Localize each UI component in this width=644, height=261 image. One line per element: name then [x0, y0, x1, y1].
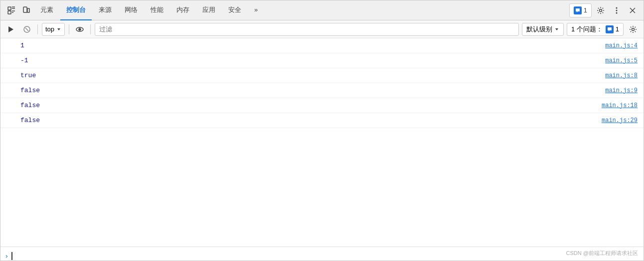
svg-point-4	[600, 9, 602, 11]
svg-rect-1	[8, 11, 11, 14]
nav-right-controls: 1	[569, 3, 640, 17]
console-source-link[interactable]: main.js:4	[605, 42, 638, 49]
tab-sources[interactable]: 来源	[93, 0, 118, 20]
console-value: false	[20, 102, 40, 109]
console-row: falsemain.js:18	[0, 98, 644, 113]
console-value: false	[20, 87, 40, 94]
issues-badge-count: 1	[616, 25, 619, 33]
console-value: 1	[20, 42, 24, 49]
console-row: falsemain.js:9	[0, 83, 644, 98]
svg-point-5	[616, 7, 618, 8]
console-row: falsemain.js:29	[0, 113, 644, 128]
tab-console[interactable]: 控制台	[60, 0, 92, 20]
console-row: 1main.js:4	[0, 38, 644, 53]
device-toolbar-button[interactable]	[19, 3, 33, 17]
close-devtools-button[interactable]	[626, 3, 640, 17]
console-row: -1main.js:5	[0, 53, 644, 68]
tab-performance[interactable]: 性能	[145, 0, 169, 20]
messages-badge-button[interactable]: 1	[569, 3, 592, 17]
console-settings-button[interactable]	[627, 23, 640, 36]
console-prompt-icon: ›	[4, 252, 8, 260]
more-options-button[interactable]	[610, 3, 624, 17]
execute-button[interactable]	[4, 23, 17, 36]
tab-application[interactable]: 应用	[196, 0, 221, 20]
live-expressions-button[interactable]	[73, 23, 86, 36]
console-value: true	[20, 72, 36, 79]
svg-point-17	[632, 28, 635, 30]
tab-more[interactable]: »	[248, 0, 264, 20]
console-value: -1	[20, 57, 28, 64]
svg-marker-10	[8, 26, 13, 32]
console-row: truemain.js:8	[0, 68, 644, 83]
context-label: top	[45, 25, 54, 33]
level-label: 默认级别	[526, 25, 552, 34]
svg-marker-13	[57, 28, 60, 30]
svg-rect-2	[23, 7, 27, 12]
message-icon	[574, 6, 582, 14]
svg-point-7	[616, 12, 618, 13]
inspect-element-button[interactable]	[4, 3, 18, 17]
clear-console-button[interactable]	[20, 23, 33, 36]
issues-text: 1 个问题：	[571, 25, 603, 34]
svg-point-6	[616, 9, 618, 11]
svg-marker-16	[555, 28, 558, 30]
console-source-link[interactable]: main.js:9	[605, 87, 638, 94]
settings-button[interactable]	[594, 3, 608, 17]
console-source-link[interactable]: main.js:8	[605, 72, 638, 79]
console-toolbar: top 默认级别 1 个问题： 1	[0, 20, 644, 38]
tab-elements[interactable]: 元素	[34, 0, 59, 20]
footer-watermark: CSDN @前端工程师请求社区	[566, 250, 638, 257]
issues-count-badge[interactable]: 1 个问题： 1	[567, 23, 624, 36]
toolbar-divider-2	[69, 24, 69, 34]
context-selector[interactable]: top	[42, 23, 65, 36]
toolbar-divider-3	[90, 24, 91, 34]
chevron-down-icon	[56, 27, 61, 32]
tab-security[interactable]: 安全	[222, 0, 247, 20]
message-count: 1	[584, 6, 587, 14]
top-nav-bar: 元素 控制台 来源 网络 性能 内存 应用 安全 » 1	[0, 0, 644, 20]
svg-rect-0	[8, 7, 11, 10]
log-level-selector[interactable]: 默认级别	[522, 23, 564, 36]
svg-rect-3	[27, 8, 29, 12]
svg-line-12	[25, 28, 28, 31]
console-source-link[interactable]: main.js:29	[602, 117, 638, 124]
filter-input[interactable]	[95, 23, 519, 36]
tab-network[interactable]: 网络	[119, 0, 144, 20]
console-cursor	[11, 252, 12, 260]
level-chevron-icon	[554, 27, 559, 32]
console-source-link[interactable]: main.js:5	[605, 57, 638, 64]
tab-memory[interactable]: 内存	[170, 0, 195, 20]
console-input-row[interactable]: ›	[0, 247, 644, 261]
console-output-area: 1main.js:4-1main.js:5truemain.js:8falsem…	[0, 38, 644, 247]
issues-message-icon	[606, 25, 614, 33]
svg-point-15	[79, 28, 81, 30]
console-value: false	[20, 117, 40, 124]
console-source-link[interactable]: main.js:18	[602, 102, 638, 109]
toolbar-divider-1	[37, 24, 38, 34]
